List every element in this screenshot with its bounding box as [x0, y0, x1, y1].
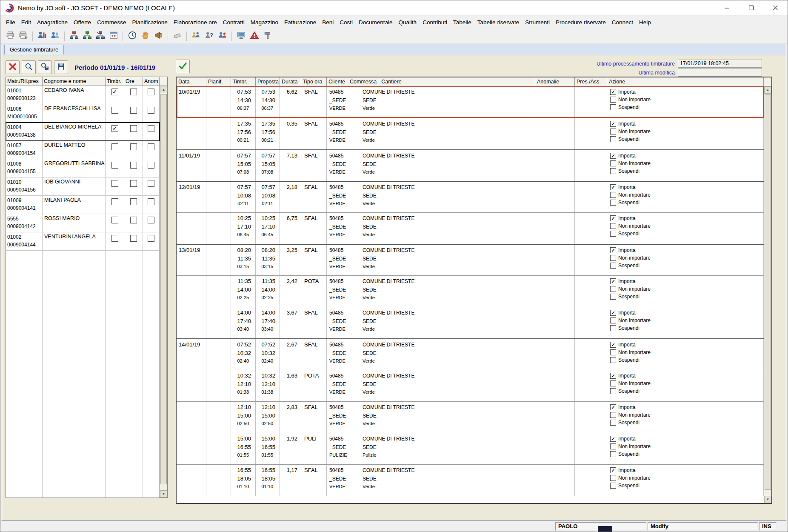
ore-checkbox[interactable]	[130, 143, 137, 150]
menu-item-tabelle-riservate[interactable]: Tabelle riservate	[474, 17, 522, 28]
menu-item-commesse[interactable]: Commesse	[94, 17, 129, 28]
azione-importa-checkbox[interactable]	[610, 89, 616, 95]
timbr-checkbox[interactable]	[111, 107, 118, 114]
search-button[interactable]	[22, 60, 36, 74]
timbratura-row[interactable]: 14/01/1907:5210:3202:4007:5210:3202:402,…	[177, 338, 764, 370]
azione-importa-checkbox[interactable]	[610, 278, 616, 284]
azione-sospendi-checkbox[interactable]	[610, 325, 616, 331]
employee-row[interactable]: 010090009004141MILANI PAOLA	[6, 196, 160, 214]
azione-importa-checkbox[interactable]	[610, 247, 616, 253]
employee-row[interactable]: 01006MIO0010005DE FRANCESCHI LISA	[6, 104, 160, 123]
megaphone-button[interactable]	[152, 30, 165, 42]
timbratura-row[interactable]: 11/01/1907:5715:0507:0807:5715:0507:087,…	[177, 149, 764, 181]
timbr-checkbox[interactable]	[111, 162, 118, 169]
anom-checkbox[interactable]	[148, 143, 154, 150]
azione-non-importare-checkbox[interactable]	[610, 160, 616, 166]
scroll-up-icon[interactable]	[160, 86, 167, 93]
azione-importa-checkbox[interactable]	[610, 467, 616, 473]
timbratura-row[interactable]: 14:0017:4003:4014:0017:4003:403,67SFAL50…	[177, 307, 764, 338]
menu-item-tabelle[interactable]: Tabelle	[450, 17, 474, 28]
azione-non-importare-checkbox[interactable]	[610, 412, 616, 418]
employee-row[interactable]: 010020009004144VENTURINI ANGELA	[6, 232, 160, 251]
timbr-checkbox[interactable]	[111, 198, 118, 205]
azione-non-importare-checkbox[interactable]	[610, 475, 616, 481]
people-pair-button[interactable]	[49, 30, 61, 42]
employee-row[interactable]: 55550009004142ROSSI MARIO	[6, 214, 160, 232]
menu-item-documentale[interactable]: Documentale	[356, 17, 396, 28]
anom-checkbox[interactable]	[148, 107, 154, 114]
ore-checkbox[interactable]	[130, 217, 137, 223]
ore-checkbox[interactable]	[130, 198, 137, 205]
menu-item-file[interactable]: File	[3, 17, 18, 28]
tools-button[interactable]	[261, 30, 274, 42]
azione-sospendi-checkbox[interactable]	[610, 104, 616, 110]
azione-importa-checkbox[interactable]	[610, 121, 616, 127]
menu-item-costi[interactable]: Costi	[337, 17, 356, 28]
scrollbar-track[interactable]	[160, 93, 167, 490]
employee-row[interactable]: 010010009000123CEDARO IVANA	[6, 86, 160, 104]
menu-item-strumenti[interactable]: Strumenti	[522, 17, 553, 28]
azione-sospendi-checkbox[interactable]	[610, 357, 616, 363]
timbr-checkbox[interactable]	[111, 125, 118, 132]
timbr-checkbox[interactable]	[111, 143, 118, 150]
anom-checkbox[interactable]	[148, 180, 154, 187]
ore-checkbox[interactable]	[130, 107, 137, 114]
hand-button[interactable]	[139, 30, 151, 42]
employee-row[interactable]: 010040009004138DEL BIANCO MICHELA	[6, 123, 160, 141]
azione-sospendi-checkbox[interactable]	[610, 388, 616, 394]
ore-checkbox[interactable]	[130, 125, 137, 132]
print-button[interactable]	[4, 30, 16, 42]
confirm-button[interactable]	[176, 60, 190, 73]
employee-scrollbar[interactable]	[160, 86, 167, 498]
azione-non-importare-checkbox[interactable]	[610, 129, 616, 134]
eraser-button[interactable]	[171, 30, 183, 42]
menu-item-edit[interactable]: Edit	[18, 17, 34, 28]
ore-checkbox[interactable]	[130, 235, 137, 242]
anom-checkbox[interactable]	[148, 125, 154, 132]
timbr-checkbox[interactable]	[111, 217, 118, 223]
azione-non-importare-checkbox[interactable]	[610, 223, 616, 229]
ore-checkbox[interactable]	[130, 180, 137, 187]
timbratura-row[interactable]: 12/01/1907:5710:0802:1107:5710:0802:112,…	[177, 181, 764, 212]
warning-button[interactable]	[248, 30, 260, 42]
employee-row[interactable]: 010100009004156IOB GIOVANNI	[6, 177, 160, 196]
azione-non-importare-checkbox[interactable]	[610, 317, 616, 323]
menu-item-connect[interactable]: Connect	[609, 17, 636, 28]
timbratura-row[interactable]: 16:5518:0501:1016:5518:0501:101,17SFAL50…	[177, 464, 764, 496]
timbr-checkbox[interactable]	[111, 89, 118, 95]
azione-importa-checkbox[interactable]	[610, 436, 616, 442]
people-group-button[interactable]	[190, 30, 202, 42]
people-alert-button[interactable]	[216, 30, 228, 42]
timbrature-scrollbar[interactable]	[764, 86, 771, 503]
azione-non-importare-checkbox[interactable]	[610, 97, 616, 103]
anom-checkbox[interactable]	[148, 217, 154, 223]
export-button[interactable]	[17, 30, 29, 42]
menu-item-procedure-riservate[interactable]: Procedure riservate	[553, 17, 609, 28]
menu-item-elaborazione-ore[interactable]: Elaborazione ore	[171, 17, 220, 28]
timbratura-row[interactable]: 10:2517:1006:4510:2517:1006:456,75SFAL50…	[177, 212, 764, 244]
azione-non-importare-checkbox[interactable]	[610, 349, 616, 355]
menu-item-beni[interactable]: Beni	[319, 17, 337, 28]
azione-non-importare-checkbox[interactable]	[610, 192, 616, 198]
timbratura-row[interactable]: 10/01/1907:5314:3006:3707:5314:3006:376,…	[177, 86, 764, 118]
timbratura-row[interactable]: 13/01/1908:2011:3503:1508:2011:3503:153,…	[177, 244, 764, 275]
monitor-button[interactable]	[235, 30, 247, 42]
timbratura-row[interactable]: 15:0016:5501:5515:0016:5501:551,92PULI50…	[177, 433, 764, 464]
anom-checkbox[interactable]	[148, 89, 154, 95]
scrollbar-track[interactable]	[764, 94, 771, 496]
maximize-button[interactable]	[739, 0, 763, 15]
menu-item-help[interactable]: Help	[636, 17, 654, 28]
org-chart-arrow-button[interactable]	[94, 30, 106, 42]
search-save-button[interactable]	[38, 60, 52, 74]
azione-sospendi-checkbox[interactable]	[610, 231, 616, 237]
azione-sospendi-checkbox[interactable]	[610, 451, 616, 457]
azione-importa-checkbox[interactable]	[610, 342, 616, 348]
ore-checkbox[interactable]	[130, 89, 137, 95]
timbratura-row[interactable]: 17:3517:5600:2117:3517:5600:210,35SFAL50…	[177, 118, 764, 149]
timbr-checkbox[interactable]	[111, 180, 118, 187]
employee-row[interactable]: 010570009004154DUREL MATTEO	[6, 141, 160, 159]
azione-sospendi-checkbox[interactable]	[610, 200, 616, 206]
tab-gestione-timbrature[interactable]: Gestione timbrature	[4, 45, 64, 54]
azione-sospendi-checkbox[interactable]	[610, 168, 616, 174]
azione-importa-checkbox[interactable]	[610, 310, 616, 316]
